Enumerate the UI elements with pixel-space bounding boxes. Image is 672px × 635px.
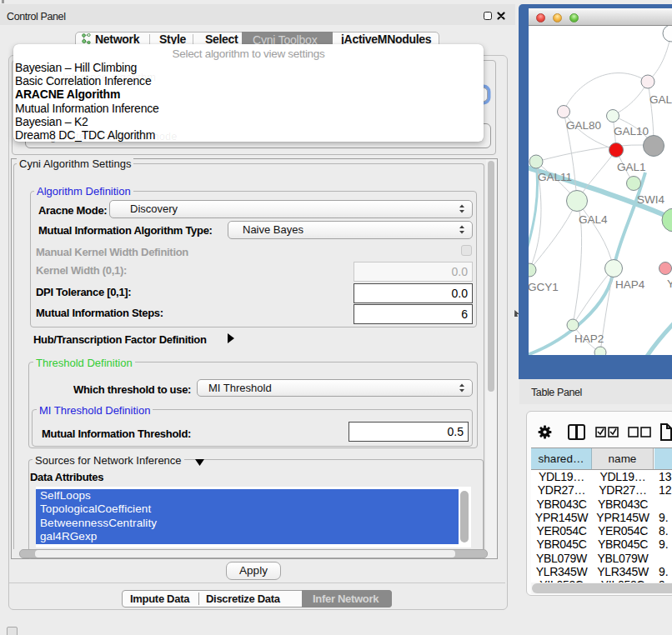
svg-text:GAL1: GAL1 <box>617 161 646 173</box>
svg-text:GAL4: GAL4 <box>579 213 608 226</box>
svg-text:GAL10: GAL10 <box>614 125 649 138</box>
svg-text:GAL11: GAL11 <box>538 171 572 183</box>
svg-text:GCY1: GCY1 <box>529 281 559 293</box>
svg-text:GAL: GAL <box>649 93 672 106</box>
svg-text:HAP4: HAP4 <box>615 278 645 291</box>
svg-text:Y: Y <box>667 278 672 290</box>
svg-text:SWI4: SWI4 <box>637 193 664 206</box>
svg-text:HAP2: HAP2 <box>574 332 604 345</box>
svg-text:GAL80: GAL80 <box>566 119 601 132</box>
